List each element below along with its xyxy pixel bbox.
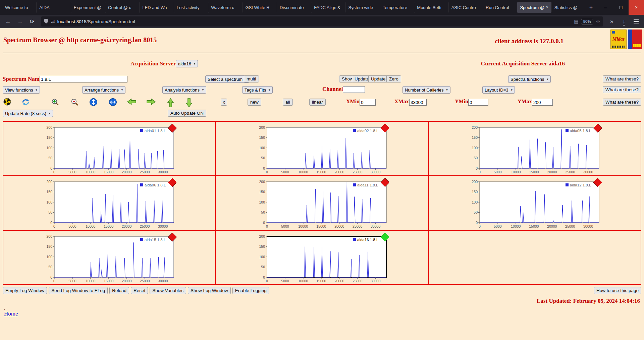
enable-logging-button[interactable]: Enable Logging <box>232 287 269 294</box>
blue-horizontal-arrows-icon[interactable] <box>109 98 117 106</box>
home-link[interactable]: Home <box>4 310 18 317</box>
show-variables-button[interactable]: Show Variables <box>150 287 186 294</box>
magnifier-plus-icon[interactable] <box>51 98 59 106</box>
send-log-window-to-elog-button[interactable]: Send Log Window to ELog <box>49 287 108 294</box>
what-are-these-button-1[interactable]: What are these? <box>603 75 641 82</box>
spectrum-chart-aida11[interactable]: 0501001502000500010000150002000025000300… <box>255 176 389 229</box>
view-functions-select[interactable]: View functions▼ <box>3 86 40 94</box>
green-up-arrow-icon[interactable] <box>167 98 174 108</box>
gallery-cell-aida11[interactable]: 0501001502000500010000150002000025000300… <box>216 176 428 230</box>
green-left-arrow-icon[interactable] <box>127 98 137 106</box>
new-button[interactable]: new <box>248 99 261 106</box>
tab-close-icon[interactable]: × <box>546 5 548 10</box>
menu-hamburger-icon[interactable] <box>631 16 641 26</box>
ymax-input[interactable] <box>532 99 553 106</box>
browser-tab-4[interactable]: Control @ c <box>105 2 139 13</box>
channel-input[interactable] <box>343 86 365 93</box>
magnifier-minus-icon[interactable] <box>70 98 79 106</box>
empty-log-window-button[interactable]: Empty Log Window <box>3 287 47 294</box>
reload-button[interactable]: Reload <box>109 287 129 294</box>
update-rate-select[interactable]: Update Rate (8 secs)▼ <box>3 110 53 117</box>
spectrum-chart-aida05[interactable]: 0501001502000500010000150002000025000300… <box>468 122 602 175</box>
downloads-icon[interactable]: ↓ <box>619 16 629 26</box>
minimize-button[interactable]: – <box>598 0 613 15</box>
maximize-button[interactable]: □ <box>613 0 629 15</box>
browser-tab-2[interactable]: AIDA <box>37 2 70 13</box>
shield-icon[interactable] <box>44 18 49 25</box>
green-right-arrow-icon[interactable] <box>146 98 156 106</box>
gallery-cell-aida06[interactable]: 0501001502000500010000150002000025000300… <box>3 176 216 230</box>
zoom-level-badge[interactable]: 80% <box>581 19 593 24</box>
reader-mode-icon[interactable]: ▤ <box>574 19 578 24</box>
all-button[interactable]: all <box>283 99 293 106</box>
ymin-input[interactable] <box>468 99 488 106</box>
select-a-spectrum-select[interactable]: Select a spectrum▼ <box>205 75 249 83</box>
spectrum-chart-aida16[interactable]: 0501001502000500010000150002000025000300… <box>255 231 389 284</box>
browser-tab-14[interactable]: ASIC Contro <box>449 2 482 13</box>
linear-button[interactable]: linear <box>309 99 326 106</box>
legend-label: aida01 1.8.L <box>145 129 166 133</box>
back-icon[interactable]: ← <box>3 16 13 26</box>
browser-tab-10[interactable]: FADC Align & <box>311 2 345 13</box>
xmin-input[interactable] <box>360 99 376 106</box>
gallery-cell-aida12[interactable]: 0501001502000500010000150002000025000300… <box>428 176 641 230</box>
browser-tab-1[interactable]: Welcome to <box>2 2 36 13</box>
what-are-these-button-2[interactable]: What are these? <box>603 86 641 93</box>
url-text[interactable]: localhost:8015/Spectrum/Spectrum.tml <box>57 19 572 24</box>
browser-tab-12[interactable]: Temperature <box>380 2 414 13</box>
acquisition-server-select[interactable]: aida16▼ <box>176 60 198 67</box>
arrange-functions-select[interactable]: Arrange functions▼ <box>82 86 125 94</box>
gallery-cell-aida02[interactable]: 0501001502000500010000150002000025000300… <box>216 121 428 176</box>
browser-tab-15[interactable]: Run Control <box>483 2 517 13</box>
svg-text:200: 200 <box>259 125 265 129</box>
x-toggle-button[interactable]: x <box>221 99 227 106</box>
url-bar[interactable]: ⇄ localhost:8015/Spectrum/Spectrum.tml ▤… <box>41 16 603 26</box>
how-to-use-button[interactable]: How to use this page <box>594 287 641 294</box>
browser-tab-16[interactable]: Spectrum @× <box>517 2 551 13</box>
number-of-galleries-select[interactable]: Number of Galleries▼ <box>402 86 450 94</box>
gallery-cell-aida01[interactable]: 0501001502000500010000150002000025000300… <box>3 121 216 176</box>
browser-tab-6[interactable]: Lost activity <box>174 2 208 13</box>
permissions-icon[interactable]: ⇄ <box>51 19 55 24</box>
gallery-cell-aida05[interactable]: 0501001502000500010000150002000025000300… <box>428 121 641 176</box>
analysis-functions-select[interactable]: Analysis functions▼ <box>162 86 206 94</box>
spectra-functions-select[interactable]: Spectra functions▼ <box>508 75 551 83</box>
forward-icon[interactable]: → <box>15 16 25 26</box>
close-button[interactable]: × <box>629 0 644 15</box>
browser-tab-5[interactable]: LED and Wa <box>140 2 173 13</box>
blue-vertical-arrows-icon[interactable] <box>89 98 98 106</box>
xmax-input[interactable] <box>409 99 427 106</box>
browser-tab-17[interactable]: Statistics @ <box>552 2 585 13</box>
spectrum-chart-aida01[interactable]: 0501001502000500010000150002000025000300… <box>42 122 176 175</box>
browser-tab-7[interactable]: Waveform c <box>208 2 242 13</box>
browser-tab-9[interactable]: Discriminato <box>277 2 311 13</box>
browser-tab-8[interactable]: GSI White R <box>243 2 276 13</box>
spectrum-chart-aida02[interactable]: 0501001502000500010000150002000025000300… <box>255 122 389 175</box>
zero-button[interactable]: Zero <box>386 75 401 82</box>
bookmark-star-icon[interactable]: ☆ <box>596 18 600 25</box>
browser-tab-11[interactable]: System wide <box>346 2 379 13</box>
overflow-chevron-icon[interactable]: » <box>606 16 617 26</box>
browser-tab-13[interactable]: Module Setti <box>414 2 448 13</box>
legend-label: aida12 1.8.L <box>570 183 591 187</box>
auto-update-button[interactable]: Auto Update ON <box>168 110 206 117</box>
browser-tab-3[interactable]: Experiment @ <box>71 2 105 13</box>
gallery-cell-aida15[interactable]: 0501001502000500010000150002000025000300… <box>3 230 216 285</box>
spectrum-chart-aida12[interactable]: 0501001502000500010000150002000025000300… <box>468 176 602 229</box>
green-down-arrow-icon[interactable] <box>185 98 193 108</box>
spectrum-chart-aida15[interactable]: 0501001502000500010000150002000025000300… <box>42 231 176 284</box>
refresh-icon[interactable] <box>21 98 30 106</box>
gallery-cell-aida16[interactable]: 0501001502000500010000150002000025000300… <box>216 230 428 285</box>
new-tab-button[interactable]: + <box>586 2 596 12</box>
spectrum-name-input[interactable] <box>40 76 127 82</box>
radiation-icon[interactable] <box>3 98 11 106</box>
reload-icon[interactable]: ⟳ <box>27 16 38 26</box>
tags-fits-select[interactable]: Tags & Fits▼ <box>242 86 273 94</box>
spectrum-chart-aida06[interactable]: 0501001502000500010000150002000025000300… <box>42 176 176 229</box>
what-are-these-button-3[interactable]: What are these? <box>603 99 641 106</box>
reset-button[interactable]: Reset <box>131 287 148 294</box>
svg-text:100: 100 <box>472 146 478 150</box>
multi-button[interactable]: multi <box>244 75 259 82</box>
layout-id-select[interactable]: Layout ID=3▼ <box>482 86 515 94</box>
show-log-window-button[interactable]: Show Log Window <box>188 287 231 294</box>
